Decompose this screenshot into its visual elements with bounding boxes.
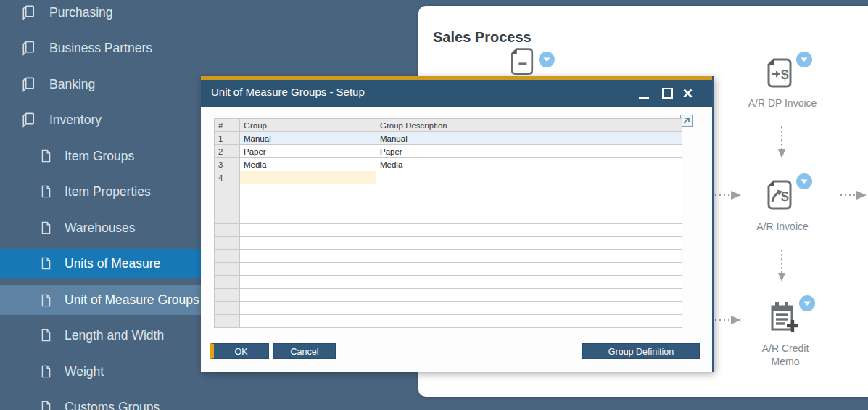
table-row bbox=[215, 263, 682, 276]
sidebar-item-label: Weight bbox=[65, 364, 104, 380]
sidebar-item-customs-groups[interactable]: Customs Groups bbox=[0, 393, 418, 410]
sidebar-item-label: Length and Width bbox=[65, 328, 164, 343]
group-cell[interactable] bbox=[240, 171, 376, 184]
svg-text:$: $ bbox=[781, 67, 789, 82]
sidebar-item-label: Unit of Measure Groups bbox=[65, 292, 199, 308]
table-row: 1ManualManual bbox=[215, 132, 682, 145]
group-cell[interactable] bbox=[240, 210, 376, 224]
group-description-cell[interactable] bbox=[376, 224, 682, 237]
minimize-icon[interactable] bbox=[639, 97, 649, 99]
group-cell[interactable] bbox=[240, 276, 376, 289]
page-icon bbox=[40, 256, 52, 271]
group-cell[interactable] bbox=[240, 315, 376, 328]
ok-button[interactable]: OK bbox=[210, 343, 269, 359]
group-cell[interactable]: Media bbox=[240, 158, 376, 171]
table-row bbox=[215, 210, 682, 224]
group-description-cell[interactable]: Manual bbox=[376, 132, 682, 145]
maximize-icon[interactable] bbox=[662, 88, 673, 99]
group-cell[interactable]: Manual bbox=[240, 132, 376, 145]
column-header-group-description: Group Description bbox=[376, 119, 682, 132]
group-cell[interactable] bbox=[240, 237, 376, 250]
row-number-cell[interactable] bbox=[215, 224, 240, 237]
row-number-cell[interactable] bbox=[215, 197, 240, 210]
group-cell[interactable] bbox=[240, 289, 376, 302]
table-row: 2PaperPaper bbox=[215, 145, 682, 158]
table-row bbox=[215, 184, 682, 197]
row-number-cell[interactable] bbox=[215, 315, 240, 328]
sidebar-item-label: Banking bbox=[49, 77, 95, 92]
dotted-right-arrow-icon bbox=[714, 190, 743, 200]
page-icon bbox=[40, 221, 52, 235]
group-definition-button[interactable]: Group Definition bbox=[582, 343, 700, 359]
group-cell[interactable] bbox=[240, 197, 376, 210]
group-description-cell[interactable] bbox=[376, 210, 682, 224]
memo-plus-icon[interactable] bbox=[765, 299, 800, 335]
table-row bbox=[215, 250, 682, 263]
row-number-cell[interactable]: 3 bbox=[215, 158, 240, 171]
row-number-cell[interactable]: 1 bbox=[215, 132, 240, 145]
row-number-cell[interactable]: 2 bbox=[215, 145, 240, 158]
table-header-row: # Group Group Description bbox=[215, 119, 682, 132]
uom-groups-dialog: Unit of Measure Groups - Setup # bbox=[201, 76, 714, 372]
group-description-cell[interactable] bbox=[376, 197, 682, 210]
row-number-cell[interactable] bbox=[215, 276, 240, 289]
group-description-cell[interactable] bbox=[376, 171, 682, 184]
table-row bbox=[215, 237, 682, 250]
group-description-cell[interactable] bbox=[376, 237, 682, 250]
group-description-cell[interactable] bbox=[376, 315, 682, 328]
table-row bbox=[215, 315, 682, 328]
document-minus-icon[interactable] bbox=[506, 45, 538, 78]
sidebar-item-label: Customs Groups bbox=[65, 400, 160, 410]
document-curved-arrow-dollar-icon[interactable]: $ bbox=[762, 177, 797, 213]
group-description-cell[interactable] bbox=[376, 302, 682, 315]
row-number-cell[interactable] bbox=[215, 237, 240, 250]
document-arrow-dollar-icon[interactable]: $ bbox=[762, 55, 797, 91]
sidebar-item-business-partners[interactable]: Business Partners bbox=[0, 33, 418, 62]
sidebar-item-purchasing[interactable]: Purchasing bbox=[0, 0, 418, 27]
dialog-titlebar[interactable]: Unit of Measure Groups - Setup bbox=[201, 80, 712, 107]
group-description-cell[interactable] bbox=[376, 276, 682, 289]
cancel-button[interactable]: Cancel bbox=[273, 343, 336, 359]
group-cell[interactable] bbox=[240, 302, 376, 315]
chevron-down-badge-icon[interactable] bbox=[795, 51, 813, 68]
module-icon bbox=[20, 39, 37, 57]
app-root: PurchasingBusiness PartnersBankingInvent… bbox=[0, 0, 868, 410]
dotted-right-arrow-icon bbox=[839, 190, 868, 200]
group-cell[interactable] bbox=[240, 263, 376, 276]
group-cell[interactable] bbox=[240, 224, 376, 237]
row-number-cell[interactable] bbox=[215, 302, 240, 315]
svg-text:$: $ bbox=[781, 189, 789, 204]
group-description-cell[interactable]: Paper bbox=[376, 145, 682, 158]
sidebar-item-label: Warehouses bbox=[65, 221, 136, 236]
row-number-cell[interactable] bbox=[215, 289, 240, 302]
close-icon[interactable] bbox=[682, 88, 693, 99]
group-cell[interactable] bbox=[240, 184, 376, 197]
node-label-ar-dp-invoice: A/R DP Invoice bbox=[739, 97, 826, 110]
row-number-cell[interactable] bbox=[215, 210, 240, 224]
row-number-cell[interactable] bbox=[215, 263, 240, 276]
table-row bbox=[215, 197, 682, 210]
dashed-down-arrow-icon bbox=[777, 125, 786, 160]
sidebar-item-label: Item Properties bbox=[65, 184, 151, 200]
row-number-cell[interactable] bbox=[215, 250, 240, 263]
chevron-down-badge-icon[interactable] bbox=[798, 295, 816, 312]
group-cell[interactable] bbox=[240, 250, 376, 263]
page-icon bbox=[40, 400, 52, 410]
group-description-cell[interactable] bbox=[376, 184, 682, 197]
group-description-cell[interactable]: Media bbox=[376, 158, 682, 171]
row-number-cell[interactable] bbox=[215, 184, 240, 197]
chevron-down-badge-icon[interactable] bbox=[538, 51, 555, 68]
table-row bbox=[215, 224, 682, 237]
dialog-body: # Group Group Description 1ManualManual2… bbox=[201, 107, 712, 372]
text-cursor bbox=[244, 174, 244, 182]
group-description-cell[interactable] bbox=[376, 263, 682, 276]
group-cell[interactable]: Paper bbox=[240, 145, 376, 158]
sidebar-item-label: Units of Measure bbox=[65, 256, 160, 271]
module-icon bbox=[20, 75, 37, 93]
row-number-cell[interactable]: 4 bbox=[215, 171, 240, 184]
table-row: 4 bbox=[215, 171, 682, 184]
chevron-down-badge-icon[interactable] bbox=[795, 173, 813, 190]
group-description-cell[interactable] bbox=[376, 250, 682, 263]
node-label-ar-credit-memo: A/R Credit Memo bbox=[756, 342, 814, 368]
group-description-cell[interactable] bbox=[376, 289, 682, 302]
